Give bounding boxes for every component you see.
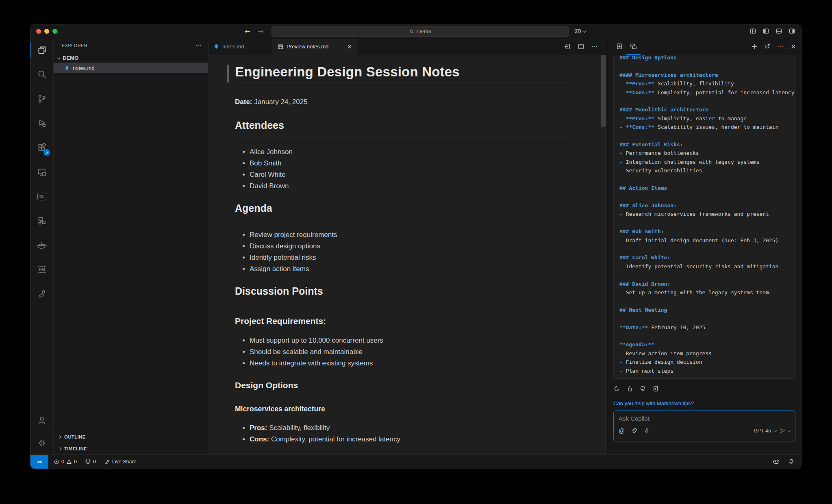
code-line [619,245,795,253]
preview-date-line: Date: January 24, 2025 [235,98,573,106]
explorer-sidebar: EXPLORER ⋯ DEMO notes.md OUTLINE TIMELIN… [54,38,209,454]
problems-status[interactable]: 0 0 [54,459,77,465]
thumbs-up-icon[interactable] [626,385,633,392]
thumbs-down-icon[interactable] [639,385,646,392]
command-center-search[interactable]: Demo [272,26,569,37]
minimize-window-button[interactable] [44,29,49,34]
code-line: - Set up a meeting with the legacy syste… [619,288,795,297]
list-item: Alice Johnson [250,146,573,158]
agenda-list: Review project requirements Discuss desi… [235,229,573,275]
timeline-section[interactable]: TIMELINE [54,443,208,454]
comments-icon [630,43,637,50]
attach-icon[interactable] [631,428,637,434]
outline-label: OUTLINE [64,434,86,439]
activitybar-liveshare[interactable] [30,282,53,306]
preview-h2-attendees: Attendees [235,119,573,131]
code-line: #### Monolithic architecture [619,105,795,114]
code-line: ## Action Items [619,184,795,192]
toggle-primary-sidebar-icon[interactable] [762,28,769,35]
editor-more-icon[interactable]: ⋯ [591,43,598,50]
activitybar-extensions[interactable]: 2 [30,135,53,160]
chat-more-icon[interactable]: ⋯ [777,43,784,50]
code-line [619,219,795,227]
activitybar-docker[interactable] [30,233,53,257]
live-share-label: Live Share [112,459,137,465]
list-item: Carol White [250,169,573,180]
toggle-secondary-sidebar-icon[interactable] [789,28,795,35]
copilot-menu-button[interactable] [574,24,586,38]
preview-h3-design-options: Design Options [235,380,573,390]
outline-section[interactable]: OUTLINE [54,431,208,443]
chat-input-box[interactable]: Ask Copilot @ GPT 4o [613,411,795,441]
code-line [619,271,795,279]
explorer-more-icon[interactable]: ⋯ [195,42,202,49]
remote-indicator[interactable]: >< [30,455,48,469]
close-tab-icon[interactable]: × [347,43,352,50]
file-row-notes[interactable]: notes.md [54,63,208,73]
close-window-button[interactable] [36,29,41,34]
folder-row-demo[interactable]: DEMO [54,53,208,63]
code-line: ### Carol White: [619,253,795,262]
send-button[interactable] [779,427,790,434]
activitybar-frontmatter[interactable]: FM [30,257,53,282]
show-source-icon[interactable] [564,43,571,50]
activitybar-symbols[interactable] [30,209,53,233]
microphone-icon[interactable] [643,428,650,434]
code-line: - **Pros:** Simplicity, easier to manage [619,114,795,123]
search-icon [37,70,47,79]
activitybar-accounts[interactable] [30,409,53,432]
code-line [619,297,795,305]
copilot-chat-panel: + ↺ ⋯ × ### Design Options #### Microser… [607,38,801,454]
code-line: ### Bob Smith: [619,227,795,236]
activitybar-remote-explorer[interactable] [30,160,53,184]
send-icon [779,427,786,434]
activitybar-search[interactable] [30,62,53,87]
activitybar-settings[interactable]: ⚙ [30,432,53,454]
mention-icon[interactable]: @ [619,427,625,434]
bell-icon[interactable] [788,458,795,465]
zoom-window-button[interactable] [52,29,57,34]
ports-status[interactable]: 0 [85,459,96,465]
chat-view-tab[interactable] [626,38,641,55]
code-line: - Research microservices frameworks and … [619,210,795,218]
broadcast-icon [85,459,91,465]
copilot-icon [574,27,582,35]
tab-notes-md[interactable]: notes.md [209,38,272,55]
list-item: Identify potential risks [250,252,573,263]
chevron-down-icon [57,56,60,59]
back-icon[interactable]: ← [245,27,250,35]
code-line: ### Alice Johnson: [619,201,795,210]
tab-preview-notes-md[interactable]: Preview notes.md × [272,38,357,55]
activitybar-run-debug[interactable] [30,111,53,135]
insert-into-file-icon[interactable] [652,385,659,392]
preview-active-line-indicator [227,65,229,83]
source-control-icon [37,94,47,104]
regenerate-icon[interactable] [613,385,620,392]
status-bar: >< 0 0 0 Live Share [30,454,801,469]
chat-editor-tab[interactable] [613,38,626,55]
split-editor-icon[interactable] [578,43,584,50]
code-line [619,62,795,70]
divider [235,220,573,220]
new-chat-icon[interactable]: + [751,42,758,51]
activitybar-codeql[interactable]: QL [30,184,53,209]
model-picker[interactable]: GPT 4o [754,428,771,434]
suggestion-link[interactable]: Can you help with Markdown tips? [613,400,795,406]
chevron-down-icon [773,429,777,432]
code-line: - Review action item progress [619,349,795,358]
forward-icon[interactable]: → [258,27,263,35]
activitybar-explorer[interactable] [30,38,53,62]
copilot-status-icon[interactable] [773,458,780,465]
error-count: 0 [61,459,64,465]
close-panel-icon[interactable]: × [791,42,796,50]
activity-bar: 2 QL FM ⚙ [30,38,54,454]
activitybar-source-control[interactable] [30,87,53,111]
attendees-list: Alice Johnson Bob Smith Carol White Davi… [235,146,573,192]
share-icon [37,289,47,299]
customize-layout-icon[interactable] [749,28,756,35]
history-icon[interactable]: ↺ [765,43,770,50]
live-share-status[interactable]: Live Share [104,459,137,465]
toggle-panel-icon[interactable] [776,28,782,35]
code-line: - **Pros:** Scalability, flexibility [619,79,795,88]
editor-scrollbar[interactable] [601,55,606,127]
